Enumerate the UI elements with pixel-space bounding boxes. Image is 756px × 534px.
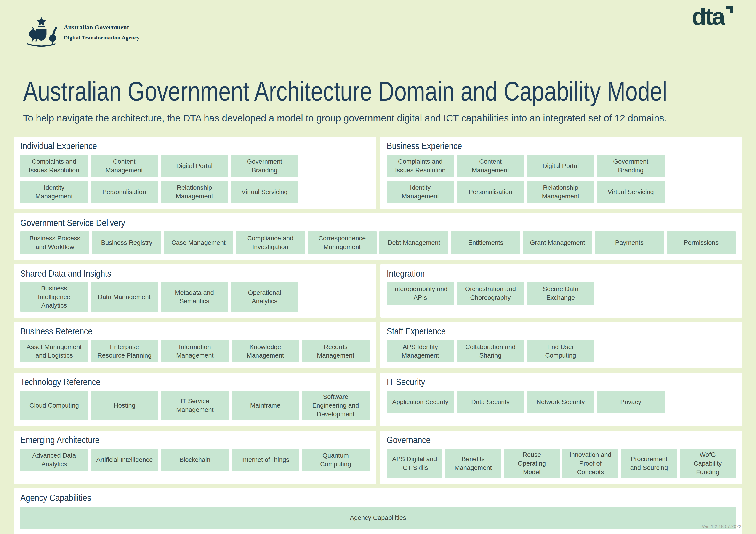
capability-tile: Grant Management [523,232,592,254]
domain-title: Government Service Delivery [20,217,635,228]
domain-panel-integration: IntegrationInteroperability and APIsOrch… [380,264,742,318]
capability-tile: APS Identity Management [387,340,454,362]
capability-tile: Relationship Management [527,181,594,203]
capability-tile: Permissions [667,232,736,254]
capability-tile: Asset Management and Logistics [20,340,88,362]
capability-tile: Virtual Servicing [597,181,664,203]
domain-title: Technology Reference [20,377,321,388]
capability-tile: Quantum Computing [302,448,369,471]
capability-tiles: Complaints and Issues ResolutionContent … [387,155,670,203]
domain-title: Agency Capabilities [20,493,635,503]
capability-tile: Reuse Operating Model [504,448,560,478]
domain-title: Individual Experience [20,140,321,151]
dta-corner-mark-icon [726,6,733,13]
domain-title: Business Experience [387,140,687,151]
capability-tile: Government Branding [231,155,298,177]
domain-title: Staff Experience [387,326,687,337]
capability-tile: Agency Capabilities [20,507,736,529]
capability-tiles: Business Process and WorkflowBusiness Re… [20,232,736,254]
domain-panel-individual-experience: Individual ExperienceComplaints and Issu… [14,137,376,209]
header: Australian Government Digital Transforma… [14,0,742,55]
crest-wordmark: Australian Government Digital Transforma… [64,24,144,41]
capability-tile: Enterprise Resource Planning [91,340,158,362]
capability-tile: End User Computing [527,340,594,362]
crest-line2: Digital Transformation Agency [64,35,144,41]
domain-panel-staff-experience: Staff ExperienceAPS Identity ManagementC… [380,322,742,368]
domain-panel-emerging-architecture: Emerging ArchitectureAdvanced Data Analy… [14,431,376,484]
capability-tile: Compliance and Investigation [236,232,305,254]
capability-tiles: Asset Management and LogisticsEnterprise… [20,340,369,362]
domain-grid: Individual ExperienceComplaints and Issu… [14,137,742,534]
capability-tile: Digital Portal [161,155,228,177]
crest-divider [64,33,144,33]
capability-tiles: APS Identity ManagementCollaboration and… [387,340,736,362]
capability-tile: Identity Management [20,181,88,203]
capability-tile: Case Management [164,232,233,254]
intro: Australian Government Architecture Domai… [14,78,742,124]
capability-tile: WofG Capability Funding [680,448,736,478]
domain-title: Emerging Architecture [20,435,321,445]
capability-tile: Artificial Intelligence [91,448,158,471]
capability-tile: Network Security [527,391,594,413]
page-subtitle: To help navigate the architecture, the D… [23,113,742,124]
capability-tile: Hosting [91,391,158,420]
capability-tile: Entitlements [451,232,520,254]
capability-tile: Debt Management [379,232,448,254]
capability-tile: Relationship Management [161,181,228,203]
capability-tile: Virtual Servicing [231,181,298,203]
capability-tile: Data Security [457,391,524,413]
coat-of-arms-icon [22,16,61,48]
capability-tile: Privacy [597,391,664,413]
domain-panel-business-experience: Business ExperienceComplaints and Issues… [380,137,742,209]
capability-tiles: Interoperability and APIsOrchestration a… [387,282,736,305]
domain-panel-technology-reference: Technology ReferenceCloud ComputingHosti… [14,372,376,426]
domain-title: Governance [387,435,687,445]
poster-page: Australian Government Digital Transforma… [0,0,756,534]
capability-tile: Advanced Data Analytics [20,448,88,471]
capability-tile: Operational Analytics [231,282,298,312]
capability-tile: Complaints and Issues Resolution [20,155,88,177]
capability-tile: Identity Management [387,181,454,203]
capability-tile: Personalisation [91,181,158,203]
capability-tile: Innovation and Proof of Concepts [562,448,618,478]
capability-tile: Software Engineering and Development [302,391,369,420]
capability-tile: Business Intelligence Analytics [20,282,88,312]
capability-tile: APS Digital and ICT Skills [387,448,443,478]
capability-tile: Records Management [302,340,369,362]
capability-tile: Internet ofThings [231,448,299,471]
capability-tile: Metadata and Semantics [161,282,228,312]
dta-logo-text: dta [692,5,724,28]
capability-tile: Complaints and Issues Resolution [387,155,454,177]
capability-tile: Interoperability and APIs [387,282,454,305]
dta-logo: dta [692,5,733,28]
capability-tile: Benefits Management [445,448,501,478]
domain-title: Integration [387,268,687,279]
capability-tile: Personalisation [457,181,524,203]
capability-tile: Orchestration and Choreography [457,282,524,305]
capability-tile: Blockchain [161,448,229,471]
capability-tiles: APS Digital and ICT SkillsBenefits Manag… [387,448,736,478]
capability-tile: Collaboration and Sharing [457,340,524,362]
domain-panel-shared-data-and-insights: Shared Data and InsightsBusiness Intelli… [14,264,376,318]
version-label: Ver. 1.2 18.07.2022 [702,524,742,529]
capability-tile: IT Service Management [161,391,229,420]
capability-tile: Procurement and Sourcing [621,448,677,478]
capability-tiles: Advanced Data AnalyticsArtificial Intell… [20,448,369,471]
domain-panel-government-service-delivery: Government Service DeliveryBusiness Proc… [14,214,742,260]
capability-tile: Payments [595,232,664,254]
capability-tile: Business Process and Workflow [20,232,89,254]
page-title: Australian Government Architecture Domai… [23,78,613,105]
capability-tile: Business Registry [92,232,161,254]
capability-tile: Application Security [387,391,454,413]
domain-panel-business-reference: Business ReferenceAsset Management and L… [14,322,376,368]
australian-government-logo: Australian Government Digital Transforma… [22,16,144,48]
capability-tile: Mainframe [231,391,299,420]
domain-title: Shared Data and Insights [20,268,321,279]
capability-tile: Content Management [457,155,524,177]
capability-tile: Digital Portal [527,155,594,177]
capability-tile: Cloud Computing [20,391,88,420]
domain-panel-it-security: IT SecurityApplication SecurityData Secu… [380,372,742,426]
capability-tile: Secure Data Exchange [527,282,594,305]
capability-tiles: Business Intelligence AnalyticsData Mana… [20,282,369,312]
capability-tiles: Agency Capabilities [20,507,736,529]
